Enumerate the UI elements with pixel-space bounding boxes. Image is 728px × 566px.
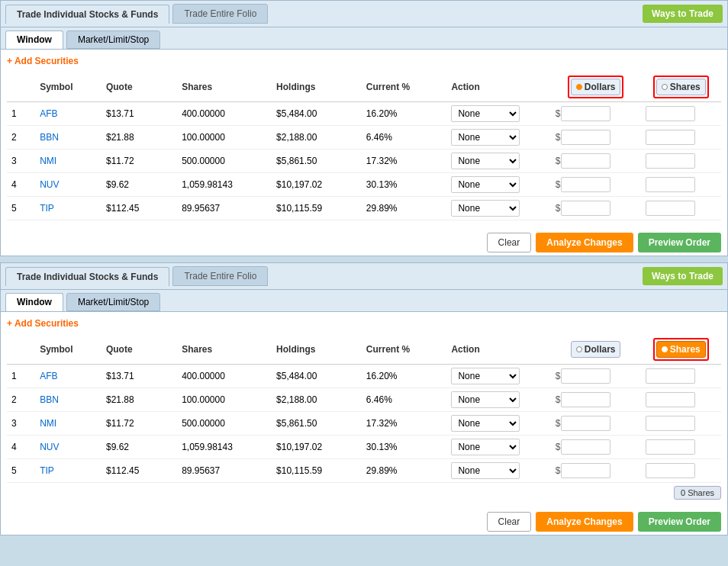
symbol-link[interactable]: NUV xyxy=(40,179,59,190)
row-shares-input[interactable] xyxy=(641,436,721,459)
dollar-field[interactable] xyxy=(561,130,610,145)
shares-field[interactable] xyxy=(646,439,695,455)
row-action[interactable]: NoneBuySell xyxy=(446,102,550,126)
row-dollar-input[interactable]: $ xyxy=(551,388,641,412)
shares-field[interactable] xyxy=(646,130,695,145)
shares-field[interactable] xyxy=(646,416,695,431)
symbol-link[interactable]: BBN xyxy=(40,132,59,143)
row-shares-input[interactable] xyxy=(641,197,721,220)
clear-button-1[interactable]: Clear xyxy=(487,233,532,252)
analyze-button-1[interactable]: Analyze Changes xyxy=(536,233,633,252)
row-dollar-input[interactable]: $ xyxy=(551,102,641,126)
symbol-link[interactable]: BBN xyxy=(40,394,59,405)
action-select[interactable]: NoneBuySell xyxy=(451,129,520,146)
col-current-pct-2: Current % xyxy=(362,335,447,365)
shares-field[interactable] xyxy=(646,392,695,407)
action-select[interactable]: NoneBuySell xyxy=(451,105,520,122)
row-action[interactable]: NoneBuySell xyxy=(446,173,550,197)
preview-button-1[interactable]: Preview Order xyxy=(638,233,721,252)
shares-field[interactable] xyxy=(646,463,695,478)
shares-field[interactable] xyxy=(646,106,695,121)
row-shares-input[interactable] xyxy=(641,459,721,483)
dollar-field[interactable] xyxy=(561,439,610,455)
row-shares-input[interactable] xyxy=(641,412,721,436)
dollar-field[interactable] xyxy=(561,201,610,216)
action-select[interactable]: NoneBuySell xyxy=(451,368,520,384)
subtab-window-1[interactable]: Window xyxy=(5,31,63,49)
dollar-field[interactable] xyxy=(561,177,610,192)
action-select[interactable]: NoneBuySell xyxy=(451,439,520,455)
dollars-toggle-2[interactable]: Dollars xyxy=(571,341,621,358)
row-action[interactable]: NoneBuySell xyxy=(446,412,550,436)
action-select[interactable]: NoneBuySell xyxy=(451,391,520,408)
clear-button-2[interactable]: Clear xyxy=(487,512,532,532)
symbol-link[interactable]: AFB xyxy=(40,371,57,381)
preview-button-2[interactable]: Preview Order xyxy=(638,512,721,532)
symbol-link[interactable]: NMI xyxy=(40,156,56,166)
row-dollar-input[interactable]: $ xyxy=(551,197,641,220)
subtab-window-2[interactable]: Window xyxy=(5,293,63,311)
subtab-market-2[interactable]: Market/Limit/Stop xyxy=(66,293,160,311)
shares-toggle-2[interactable]: Shares xyxy=(656,341,706,358)
col-dollars-header-2[interactable]: Dollars xyxy=(551,335,641,365)
shares-field[interactable] xyxy=(646,368,695,384)
row-action[interactable]: NoneBuySell xyxy=(446,436,550,459)
ways-to-trade-button-1[interactable]: Ways to Trade xyxy=(643,5,723,23)
symbol-link[interactable]: TIP xyxy=(40,203,54,214)
action-select[interactable]: NoneBuySell xyxy=(451,176,520,193)
row-action[interactable]: NoneBuySell xyxy=(446,150,550,173)
tab-trade-individual-1[interactable]: Trade Individual Stocks & Funds xyxy=(5,5,169,24)
row-shares-input[interactable] xyxy=(641,126,721,150)
tab-trade-entire-1[interactable]: Trade Entire Folio xyxy=(172,4,268,24)
tab-trade-individual-2[interactable]: Trade Individual Stocks & Funds xyxy=(5,267,169,286)
col-symbol-1: Symbol xyxy=(35,72,101,102)
symbol-link[interactable]: AFB xyxy=(40,108,57,119)
row-action[interactable]: NoneBuySell xyxy=(446,388,550,412)
row-dollar-input[interactable]: $ xyxy=(551,150,641,173)
dollar-field[interactable] xyxy=(561,106,610,121)
add-securities-2[interactable]: + Add Securities xyxy=(7,318,721,329)
row-shares: 1,059.98143 xyxy=(177,173,272,197)
shares-field[interactable] xyxy=(646,153,695,169)
col-dollars-header-1[interactable]: Dollars xyxy=(551,72,641,102)
row-action[interactable]: NoneBuySell xyxy=(446,365,550,388)
dollar-field[interactable] xyxy=(561,416,610,431)
dollar-field[interactable] xyxy=(561,153,610,169)
row-shares-input[interactable] xyxy=(641,102,721,126)
action-select[interactable]: NoneBuySell xyxy=(451,200,520,217)
tab-trade-entire-2[interactable]: Trade Entire Folio xyxy=(172,266,268,286)
row-action[interactable]: NoneBuySell xyxy=(446,197,550,220)
action-select[interactable]: NoneBuySell xyxy=(451,415,520,432)
ways-to-trade-button-2[interactable]: Ways to Trade xyxy=(643,267,723,285)
row-dollar-input[interactable]: $ xyxy=(551,173,641,197)
row-shares-input[interactable] xyxy=(641,150,721,173)
symbol-link[interactable]: TIP xyxy=(40,465,54,476)
shares-field[interactable] xyxy=(646,177,695,192)
action-select[interactable]: NoneBuySell xyxy=(451,462,520,479)
row-dollar-input[interactable]: $ xyxy=(551,412,641,436)
add-securities-1[interactable]: + Add Securities xyxy=(7,56,721,66)
action-select[interactable]: NoneBuySell xyxy=(451,153,520,169)
dollar-field[interactable] xyxy=(561,368,610,384)
row-shares-input[interactable] xyxy=(641,173,721,197)
row-dollar-input[interactable]: $ xyxy=(551,126,641,150)
row-action[interactable]: NoneBuySell xyxy=(446,459,550,483)
row-action[interactable]: NoneBuySell xyxy=(446,126,550,150)
row-shares-input[interactable] xyxy=(641,388,721,412)
shares-toggle-1[interactable]: Shares xyxy=(656,79,706,95)
dollar-field[interactable] xyxy=(561,463,610,478)
row-shares-input[interactable] xyxy=(641,365,721,388)
analyze-button-2[interactable]: Analyze Changes xyxy=(536,512,633,532)
symbol-link[interactable]: NMI xyxy=(40,418,56,429)
subtab-market-1[interactable]: Market/Limit/Stop xyxy=(66,31,160,49)
row-dollar-input[interactable]: $ xyxy=(551,436,641,459)
symbol-link[interactable]: NUV xyxy=(40,442,59,452)
dollar-field[interactable] xyxy=(561,392,610,407)
shares-field[interactable] xyxy=(646,201,695,216)
col-shares-header-1[interactable]: Shares xyxy=(641,72,721,102)
dollar-sign: $ xyxy=(556,465,561,476)
row-dollar-input[interactable]: $ xyxy=(551,459,641,483)
col-shares-header-2[interactable]: Shares xyxy=(641,335,721,365)
dollars-toggle-1[interactable]: Dollars xyxy=(571,79,621,95)
row-dollar-input[interactable]: $ xyxy=(551,365,641,388)
